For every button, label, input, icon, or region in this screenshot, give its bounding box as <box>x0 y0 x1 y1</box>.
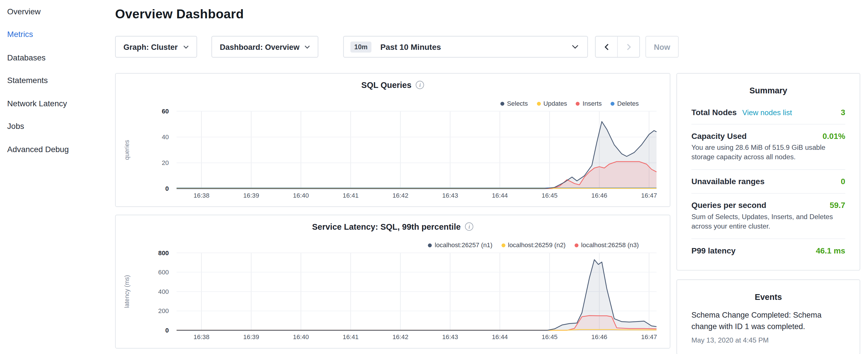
legend-label: Selects <box>507 100 528 107</box>
x-axis-tick: 16:44 <box>492 333 508 341</box>
sidebar-item-network-latency[interactable]: Network Latency <box>0 92 108 115</box>
y-axis-tick: 60 <box>162 108 169 115</box>
y-axis-tick: 20 <box>162 159 169 166</box>
summary-value: 59.7 <box>830 201 845 210</box>
legend-label: Updates <box>543 100 567 107</box>
legend-label: localhost:26259 (n2) <box>508 242 565 248</box>
time-pager <box>595 36 640 58</box>
graph-selector-label: Graph: Cluster <box>124 42 178 51</box>
summary-label: Capacity Used <box>691 132 747 141</box>
chart-header: Service Latency: SQL, 99th percentile i <box>116 222 670 231</box>
summary-label: Queries per second <box>691 201 767 210</box>
legend-dot-icon <box>501 243 505 247</box>
legend-label: Deletes <box>617 100 639 107</box>
sidebar-item-statements[interactable]: Statements <box>0 69 108 92</box>
chart-plot-area[interactable]: 020040060080016:3816:3916:4016:4116:4216… <box>116 215 671 346</box>
legend-label: localhost:26257 (n1) <box>435 242 492 248</box>
x-axis-tick: 16:46 <box>591 192 608 199</box>
info-icon[interactable]: i <box>416 81 424 89</box>
time-range-dropdown[interactable]: 10m Past 10 Minutes <box>343 36 588 58</box>
events-panel: Events Schema Change Completed: Schema c… <box>677 280 860 354</box>
dashboard-selector-dropdown[interactable]: Dashboard: Overview <box>212 36 318 58</box>
chevron-down-icon <box>183 45 189 49</box>
sidebar: Overview Metrics Databases Statements Ne… <box>0 0 108 354</box>
event-entry[interactable]: Schema Change Completed: Schema change w… <box>691 309 845 332</box>
sidebar-item-label: Jobs <box>7 122 24 131</box>
sql-queries-chart-card: SQL Queries i SelectsUpdatesInsertsDelet… <box>115 73 670 207</box>
legend-item[interactable]: localhost:26257 (n1) <box>428 242 492 248</box>
summary-panel: Summary Total Nodes View nodes list 3 Ca… <box>677 73 860 271</box>
y-axis-tick: 800 <box>158 250 169 257</box>
summary-value: 46.1 ms <box>816 246 845 255</box>
legend-dot-icon <box>611 101 615 105</box>
y-axis-label: latency (ms) <box>124 275 130 308</box>
x-axis-tick: 16:44 <box>492 192 508 199</box>
y-axis-tick: 400 <box>158 288 169 295</box>
sidebar-item-label: Statements <box>7 76 48 85</box>
summary-value: 3 <box>841 108 845 117</box>
time-forward-button[interactable] <box>617 36 639 57</box>
chart-plot-area[interactable]: 020406016:3816:3916:4016:4116:4216:4316:… <box>116 74 671 204</box>
chart-header: SQL Queries i <box>116 80 670 90</box>
x-axis-tick: 16:42 <box>392 333 408 341</box>
chevron-down-icon <box>572 45 578 49</box>
x-axis-tick: 16:46 <box>591 333 608 341</box>
summary-row-capacity-used: Capacity Used 0.01% You are using 28.6 M… <box>691 124 845 169</box>
summary-description: You are using 28.6 MiB of 515.9 GiB usab… <box>691 143 845 162</box>
y-axis-tick: 0 <box>165 327 169 334</box>
x-axis-tick: 16:43 <box>442 192 458 199</box>
sidebar-item-label: Metrics <box>7 30 33 39</box>
chart-legend: localhost:26257 (n1)localhost:26259 (n2)… <box>428 242 639 248</box>
summary-label: Unavailable ranges <box>691 177 765 186</box>
x-axis-tick: 16:43 <box>442 333 458 341</box>
x-axis-tick: 16:40 <box>293 192 309 199</box>
sidebar-item-overview[interactable]: Overview <box>0 0 108 23</box>
summary-description: Sum of Selects, Updates, Inserts, and De… <box>691 212 845 231</box>
dashboard-selector-label: Dashboard: Overview <box>220 42 300 51</box>
x-axis-tick: 16:42 <box>392 192 408 199</box>
legend-item[interactable]: Deletes <box>611 100 639 107</box>
x-axis-tick: 16:41 <box>343 333 359 341</box>
legend-item[interactable]: localhost:26258 (n3) <box>575 242 639 248</box>
legend-item[interactable]: Selects <box>500 100 528 107</box>
legend-dot-icon <box>500 101 504 105</box>
sidebar-item-databases[interactable]: Databases <box>0 46 108 69</box>
toolbar: Graph: Cluster Dashboard: Overview 10m P… <box>115 36 679 58</box>
x-axis-tick: 16:39 <box>243 192 259 199</box>
chevron-down-icon <box>304 45 310 49</box>
x-axis-tick: 16:38 <box>193 333 210 341</box>
legend-item[interactable]: Inserts <box>576 100 602 107</box>
view-nodes-list-link[interactable]: View nodes list <box>742 108 792 117</box>
now-button[interactable]: Now <box>645 36 679 58</box>
legend-dot-icon <box>428 243 432 247</box>
legend-item[interactable]: Updates <box>537 100 567 107</box>
chevron-right-icon <box>626 43 631 50</box>
summary-label: Total Nodes <box>691 108 737 117</box>
sidebar-item-jobs[interactable]: Jobs <box>0 115 108 138</box>
summary-title: Summary <box>691 86 845 95</box>
page-title: Overview Dashboard <box>115 7 244 22</box>
time-back-button[interactable] <box>596 36 617 57</box>
sidebar-item-advanced-debug[interactable]: Advanced Debug <box>0 138 108 161</box>
legend-label: Inserts <box>583 100 602 107</box>
summary-value: 0.01% <box>823 132 845 141</box>
x-axis-tick: 16:41 <box>343 192 359 199</box>
sidebar-item-metrics[interactable]: Metrics <box>0 23 108 46</box>
sidebar-item-label: Network Latency <box>7 99 67 108</box>
y-axis-tick: 0 <box>165 185 169 192</box>
legend-label: localhost:26258 (n3) <box>581 242 639 248</box>
info-icon[interactable]: i <box>465 223 473 231</box>
y-axis-tick: 200 <box>158 307 169 315</box>
sidebar-item-label: Advanced Debug <box>7 145 69 154</box>
sidebar-item-label: Overview <box>7 7 41 16</box>
chevron-left-icon <box>604 43 608 50</box>
x-axis-tick: 16:47 <box>641 192 657 199</box>
x-axis-tick: 16:45 <box>541 192 558 199</box>
summary-row-total-nodes: Total Nodes View nodes list 3 <box>691 101 845 124</box>
y-axis-tick: 600 <box>158 269 169 276</box>
x-axis-tick: 16:47 <box>641 333 657 341</box>
legend-dot-icon <box>576 101 580 105</box>
legend-item[interactable]: localhost:26259 (n2) <box>501 242 565 248</box>
summary-label: P99 latency <box>691 246 736 255</box>
graph-selector-dropdown[interactable]: Graph: Cluster <box>115 36 197 58</box>
